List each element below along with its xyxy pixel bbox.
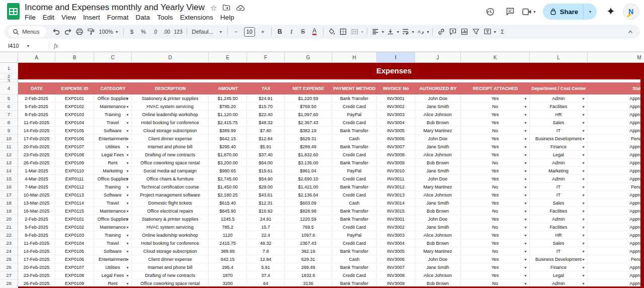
row-header-28[interactable]: 28 [0, 279, 18, 287]
column-header-I[interactable]: I [377, 52, 415, 62]
cell[interactable]: Maintenance▼ [94, 207, 132, 215]
cell[interactable]: $642.15 [209, 135, 247, 142]
dropdown-arrow-icon[interactable]: ▼ [126, 105, 129, 108]
cell[interactable]: Drafting of new contracts [132, 271, 209, 279]
column-header-K[interactable]: K [461, 52, 530, 62]
cell[interactable]: $961.04 [285, 167, 332, 174]
cell[interactable]: EXP0107 [55, 263, 94, 271]
cell[interactable]: No▼ [461, 223, 530, 231]
header-cell[interactable]: DATE [18, 82, 55, 94]
dropdown-arrow-icon[interactable]: ▼ [582, 161, 585, 164]
cell[interactable]: Utilities▼ [94, 143, 132, 150]
cell[interactable]: 289.49 [285, 263, 332, 271]
row-header-20[interactable]: 20 [0, 215, 18, 223]
cell[interactable]: IT▼ [530, 183, 588, 190]
cell[interactable]: No▼ [461, 183, 530, 190]
cell[interactable]: 389.99 [209, 247, 247, 255]
chevron-down-icon[interactable]: ▼ [411, 30, 415, 34]
cell[interactable]: 8-Feb-2025 [18, 231, 55, 239]
dropdown-arrow-icon[interactable]: ▼ [582, 177, 585, 180]
cell[interactable]: EXP0106 [55, 255, 94, 263]
cell[interactable]: Hotel booking for conference [132, 119, 209, 126]
cell[interactable]: Approved [588, 175, 644, 182]
cell[interactable]: 1120 [209, 231, 247, 239]
cell[interactable]: INV3005 [377, 127, 415, 134]
star-icon[interactable]: ☆ [210, 4, 217, 12]
cell[interactable]: 26-Feb-2025 [18, 279, 55, 287]
cell[interactable]: 10-Mar-2025 [18, 191, 55, 199]
chevron-down-icon[interactable]: ▼ [493, 30, 497, 34]
cell[interactable]: Legal Fees▼ [94, 151, 132, 158]
fill-color-icon[interactable] [326, 26, 338, 38]
cell[interactable]: Yes▼ [461, 191, 530, 199]
header-cell[interactable]: Department / Cost Center [530, 82, 588, 94]
cell[interactable]: 1-Mar-2025 [18, 167, 55, 174]
cell[interactable]: Yes▼ [461, 231, 530, 239]
cell[interactable]: 642.15 [209, 255, 247, 263]
cell[interactable]: $19.61 [247, 167, 285, 174]
cell[interactable]: Approved [588, 167, 644, 174]
cell[interactable]: 629.31 [285, 255, 332, 263]
cell[interactable]: $1,832.60 [285, 151, 332, 158]
cell[interactable]: Approved [588, 271, 644, 279]
header-cell[interactable]: AUTHORIZED BY [415, 82, 461, 94]
dropdown-arrow-icon[interactable]: ▼ [582, 129, 585, 132]
cloud-status-icon[interactable] [236, 5, 245, 11]
cell[interactable]: EXP0107 [55, 143, 94, 150]
row-header-16[interactable]: 16 [0, 183, 18, 191]
cell[interactable]: Facilities▼ [530, 207, 588, 215]
dropdown-arrow-icon[interactable]: ▼ [524, 193, 527, 197]
cell[interactable]: Bank Transfer [332, 183, 377, 190]
sheets-logo-icon[interactable] [7, 3, 20, 20]
gemini-sparkle-icon[interactable] [603, 4, 618, 19]
bold-button[interactable]: B [274, 26, 286, 38]
more-formats-button[interactable]: 123 [173, 26, 184, 38]
cell[interactable]: Jane Smith [415, 199, 461, 207]
redo-icon[interactable] [62, 26, 74, 38]
print-icon[interactable] [74, 26, 86, 38]
cell[interactable]: $2,690.10 [285, 175, 332, 182]
cell[interactable]: INV3010 [377, 167, 415, 174]
cell[interactable]: Approved [588, 103, 644, 110]
column-header-L[interactable]: L [530, 52, 588, 62]
cell[interactable]: Pending [588, 135, 644, 142]
row-header-19[interactable]: 19 [0, 207, 18, 215]
cell[interactable]: Office Supplies▼ [94, 94, 132, 102]
cell[interactable]: INV3012 [377, 183, 415, 190]
header-cell[interactable]: EXPENSE ID [55, 82, 94, 94]
cell[interactable]: EXP0108 [55, 271, 94, 279]
cell[interactable]: Alice Johnson [415, 111, 461, 118]
cell[interactable]: PayPal [332, 167, 377, 174]
dropdown-arrow-icon[interactable]: ▼ [524, 225, 527, 229]
cell[interactable]: Training▼ [94, 183, 132, 190]
dropdown-arrow-icon[interactable]: ▼ [126, 209, 129, 213]
dropdown-arrow-icon[interactable]: ▼ [126, 193, 129, 197]
column-header-E[interactable]: E [209, 52, 247, 62]
cell[interactable]: Marketing▼ [530, 167, 588, 174]
cell[interactable]: Credit Card [332, 191, 377, 199]
cell[interactable]: Training▼ [94, 231, 132, 239]
cell[interactable]: EXP0106 [55, 135, 94, 142]
cell[interactable]: Yes▼ [461, 151, 530, 158]
cell[interactable]: No▼ [461, 159, 530, 166]
cell[interactable]: $12.84 [247, 135, 285, 142]
header-cell[interactable]: NET EXPENSE [285, 82, 332, 94]
dropdown-arrow-icon[interactable]: ▼ [126, 185, 129, 188]
cell[interactable]: 17-Feb-2025 [18, 135, 55, 142]
cell[interactable]: Yes▼ [461, 175, 530, 182]
row-header-1[interactable]: 1 [0, 63, 18, 73]
row-header-15[interactable]: 15 [0, 175, 18, 183]
row-header-23[interactable]: 23 [0, 239, 18, 247]
share-button[interactable]: Share ▼ [543, 4, 597, 20]
dropdown-arrow-icon[interactable]: ▼ [582, 241, 585, 245]
cell[interactable]: Admin▼ [530, 279, 588, 287]
dropdown-arrow-icon[interactable]: ▼ [126, 177, 129, 180]
cell[interactable]: Social media ad campaign [132, 167, 209, 174]
corner-select-all[interactable] [0, 52, 18, 62]
cell[interactable]: EXP0103 [55, 231, 94, 239]
cell[interactable]: Admin▼ [530, 159, 588, 166]
menu-insert[interactable]: Insert [79, 13, 104, 22]
cell[interactable]: Yes▼ [461, 135, 530, 142]
cell[interactable]: EXP0101 [55, 94, 94, 102]
cell[interactable]: Travel▼ [94, 239, 132, 247]
